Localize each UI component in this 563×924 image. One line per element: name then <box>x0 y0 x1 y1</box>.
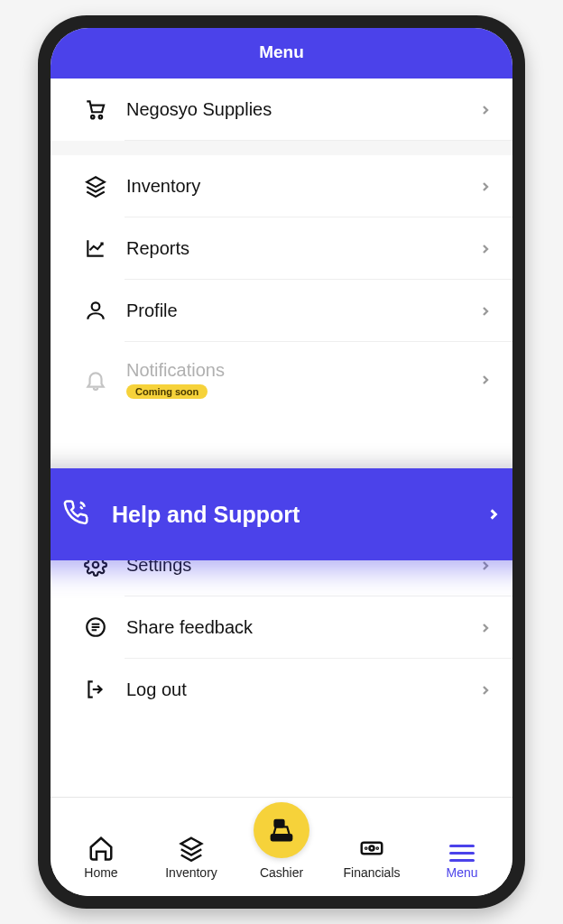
menu-item-profile[interactable]: Profile <box>51 280 512 341</box>
nav-label: Cashier <box>260 865 303 880</box>
user-icon <box>83 298 108 323</box>
chevron-right-icon <box>480 176 491 197</box>
chevron-right-icon <box>480 238 491 259</box>
layers-icon <box>83 173 108 199</box>
menu-item-negosyo-supplies[interactable]: Negosyo Supplies <box>51 79 512 140</box>
menu-item-help-and-support[interactable]: Help and Support <box>51 468 512 560</box>
menu-item-label: Share feedback <box>126 617 462 638</box>
svg-point-8 <box>370 846 374 851</box>
nav-label: Menu <box>446 865 477 880</box>
svg-point-10 <box>377 847 378 848</box>
menu-item-reports[interactable]: Reports <box>51 217 512 279</box>
feedback-icon <box>83 614 108 640</box>
nav-cashier[interactable]: Cashier <box>242 802 321 880</box>
header-title: Menu <box>259 42 304 61</box>
menu-content: Negosyo Supplies Inventory Reports <box>51 79 512 797</box>
group-gap <box>51 141 512 155</box>
chevron-right-icon <box>480 617 491 638</box>
menu-item-label: Negosyo Supplies <box>126 99 462 120</box>
svg-point-9 <box>365 847 366 848</box>
menu-item-inventory[interactable]: Inventory <box>51 155 512 217</box>
nav-home[interactable]: Home <box>61 835 141 880</box>
nav-financials[interactable]: Financials <box>332 835 411 880</box>
svg-point-3 <box>93 562 99 568</box>
nav-label: Inventory <box>165 865 217 880</box>
menu-item-label: Inventory <box>126 176 462 197</box>
menu-item-label: Reports <box>126 238 462 259</box>
chevron-right-icon <box>480 679 491 700</box>
menu-item-label: Log out <box>126 679 462 700</box>
screen: Menu Negosyo Supplies Inventory <box>51 28 512 896</box>
svg-point-2 <box>92 302 100 310</box>
menu-item-label: Profile <box>126 300 462 321</box>
nav-menu[interactable]: Menu <box>422 845 502 880</box>
bell-icon <box>83 367 108 393</box>
coming-soon-badge: Coming soon <box>126 384 208 399</box>
svg-rect-6 <box>272 835 292 840</box>
chevron-right-icon <box>480 99 491 120</box>
nav-label: Financials <box>343 865 400 880</box>
cart-icon <box>83 97 108 122</box>
phone-call-icon <box>63 499 90 530</box>
menu-item-notifications: Notifications Coming soon <box>51 342 512 417</box>
bottom-nav: Home Inventory Cashier Financials Menu <box>51 797 512 896</box>
phone-frame: Menu Negosyo Supplies Inventory <box>38 15 525 909</box>
chevron-right-icon <box>480 369 491 390</box>
chart-line-icon <box>83 236 108 261</box>
menu-header: Menu <box>51 28 512 79</box>
cash-register-icon <box>268 817 295 844</box>
nav-inventory[interactable]: Inventory <box>152 835 231 880</box>
logout-icon <box>83 677 108 702</box>
cashier-button <box>254 802 309 858</box>
svg-point-1 <box>99 116 102 118</box>
menu-item-label: Notifications <box>126 360 225 381</box>
menu-item-share-feedback[interactable]: Share feedback <box>51 596 512 658</box>
chevron-right-icon <box>487 503 500 526</box>
menu-item-logout[interactable]: Log out <box>51 659 512 720</box>
home-icon <box>88 835 115 862</box>
menu-item-label: Help and Support <box>112 502 466 528</box>
svg-point-0 <box>91 116 94 118</box>
banknote-icon <box>358 835 385 862</box>
nav-label: Home <box>84 865 117 880</box>
chevron-right-icon <box>480 300 491 321</box>
menu-icon <box>449 845 475 862</box>
layers-icon <box>178 835 205 862</box>
